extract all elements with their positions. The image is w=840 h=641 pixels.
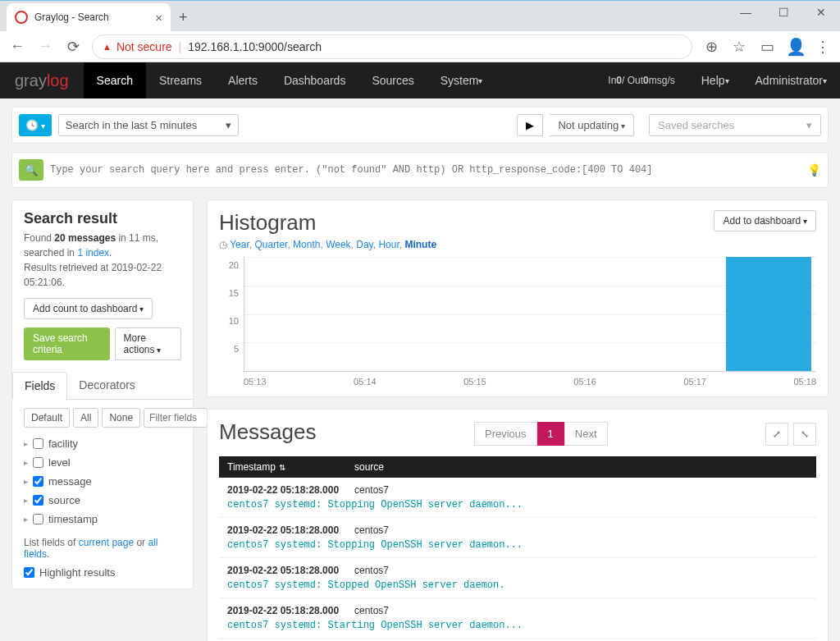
saved-searches-select[interactable]: Saved searches▾ [649, 114, 821, 136]
table-row[interactable]: 2019-02-22 05:18:28.000centos7centos7 sy… [219, 598, 816, 639]
sort-icon: ⇅ [279, 463, 285, 472]
save-criteria-button[interactable]: Save search criteria [24, 327, 110, 360]
plot-area[interactable] [244, 257, 816, 372]
reload-icon[interactable]: ⟳ [64, 38, 82, 56]
index-link[interactable]: 1 index [77, 247, 109, 259]
tab-decorators[interactable]: Decorators [67, 372, 146, 399]
x-tick: 05:16 [573, 377, 596, 387]
range-quarter[interactable]: Quarter [254, 239, 287, 250]
expand-icon[interactable]: ⤢ [765, 423, 788, 446]
highlight-checkbox[interactable] [24, 567, 34, 578]
histogram-bar[interactable] [726, 257, 812, 371]
updating-select[interactable]: Not updating [550, 114, 634, 136]
field-item-message[interactable]: message [24, 472, 181, 491]
search-button[interactable]: 🔍 [19, 159, 43, 181]
msg-source: centos7 [354, 605, 389, 616]
cast-icon[interactable]: ▭ [758, 38, 776, 56]
maximize-button[interactable]: ☐ [765, 0, 802, 25]
x-axis: 05:1305:1405:1505:1605:1705:18 [219, 372, 816, 387]
play-button[interactable]: ▶ [517, 114, 543, 136]
field-checkbox[interactable] [33, 495, 43, 506]
field-item-source[interactable]: source [24, 491, 181, 510]
not-secure-label: Not secure [103, 40, 172, 53]
filter-default[interactable]: Default [24, 408, 70, 428]
filter-none[interactable]: None [102, 408, 140, 428]
field-tabs: Fields Decorators [12, 372, 193, 400]
chevron-down-icon: ▾ [226, 119, 231, 131]
list-fields-text: List fields of current page or all field… [24, 537, 181, 560]
profile-icon[interactable]: 👤 [786, 37, 804, 57]
bulb-icon[interactable]: 💡 [807, 163, 821, 176]
search-controls-row: 🕓 Search in the last 5 minutes▾ ▶ Not up… [11, 107, 829, 144]
new-tab-button[interactable]: + [171, 4, 196, 31]
nav-system[interactable]: System [427, 62, 496, 98]
forward-icon[interactable]: → [36, 38, 54, 55]
nav-streams[interactable]: Streams [146, 62, 215, 98]
field-item-facility[interactable]: facility [24, 434, 181, 453]
nav-admin[interactable]: Administrator [742, 62, 840, 98]
x-tick: 05:13 [244, 377, 267, 387]
filter-all[interactable]: All [73, 408, 98, 428]
nav-alerts[interactable]: Alerts [215, 62, 271, 98]
field-checkbox[interactable] [33, 438, 43, 449]
zoom-icon[interactable]: ⊕ [702, 38, 720, 56]
col-source[interactable]: source [354, 461, 808, 473]
pagination: Previous 1 Next [474, 422, 608, 446]
star-icon[interactable]: ☆ [730, 38, 748, 56]
filter-fields-input[interactable] [144, 408, 208, 428]
minimize-button[interactable]: — [727, 0, 765, 25]
col-timestamp[interactable]: Timestamp⇅ [227, 461, 354, 473]
query-input[interactable] [50, 164, 801, 176]
field-checkbox[interactable] [33, 476, 43, 487]
page-current[interactable]: 1 [537, 422, 564, 446]
x-tick: 05:15 [463, 377, 486, 387]
range-day[interactable]: Day [356, 239, 372, 250]
search-result-summary: Found 20 messages in 11 ms, searched in … [24, 231, 181, 290]
logo-gray: gray [15, 71, 47, 89]
field-checkbox[interactable] [33, 514, 43, 524]
nav-throughput: In 0 / Out 0 msg/s [595, 62, 687, 98]
main-nav: graylog Search Streams Alerts Dashboards… [0, 62, 840, 98]
messages-title: Messages [219, 419, 317, 445]
add-count-button[interactable]: Add count to dashboard [24, 298, 153, 319]
tab-fields[interactable]: Fields [12, 372, 67, 400]
range-hour[interactable]: Hour [378, 239, 399, 250]
messages-table: Timestamp⇅ source 2019-02-22 05:18:28.00… [219, 456, 816, 641]
time-range-type-button[interactable]: 🕓 [19, 114, 52, 136]
collapse-icon[interactable]: ⤡ [793, 423, 816, 446]
range-month[interactable]: Month [293, 239, 320, 250]
page-next[interactable]: Next [564, 422, 608, 446]
range-minute[interactable]: Minute [404, 239, 436, 250]
back-icon[interactable]: ← [8, 38, 26, 55]
browser-tab[interactable]: Graylog - Search × [7, 3, 171, 31]
msg-timestamp: 2019-02-22 05:18:28.000 [227, 565, 354, 576]
saved-placeholder: Saved searches [658, 119, 734, 131]
address-bar[interactable]: Not secure | 192.168.1.10:9000/search [92, 34, 692, 59]
nav-sources[interactable]: Sources [358, 62, 427, 98]
table-row[interactable]: 2019-02-22 05:18:28.000centos7centos7 sy… [219, 478, 816, 518]
range-week[interactable]: Week [326, 239, 350, 250]
menu-icon[interactable]: ⋮ [814, 38, 832, 56]
close-button[interactable]: ✕ [802, 0, 840, 25]
msg-body: centos7 systemd: Starting OpenSSH server… [227, 620, 808, 631]
add-to-dashboard-button[interactable]: Add to dashboard [714, 210, 816, 231]
current-page-link[interactable]: current page [79, 537, 134, 548]
field-checkbox[interactable] [33, 457, 43, 468]
more-actions-button[interactable]: More actions [115, 327, 182, 360]
search-result-title: Search result [24, 210, 181, 227]
page-prev[interactable]: Previous [474, 422, 537, 446]
table-row[interactable]: 2019-02-22 05:18:28.000centos7centos7 sy… [219, 558, 816, 598]
histogram-panel: Histogram ◷ Year, Quarter, Month, Week, … [207, 199, 829, 397]
nav-search[interactable]: Search [84, 62, 146, 98]
time-range-select[interactable]: Search in the last 5 minutes▾ [58, 114, 239, 136]
range-year[interactable]: Year [230, 239, 249, 250]
messages-panel: Messages Previous 1 Next ⤢ ⤡ Timestamp⇅ … [207, 409, 829, 641]
logo[interactable]: graylog [0, 71, 84, 90]
highlight-label: Highlight results [39, 566, 116, 579]
field-item-level[interactable]: level [24, 453, 181, 472]
tab-close-icon[interactable]: × [155, 11, 162, 25]
table-row[interactable]: 2019-02-22 05:18:28.000centos7centos7 sy… [219, 518, 816, 558]
field-item-timestamp[interactable]: timestamp [24, 510, 181, 529]
nav-help[interactable]: Help [688, 62, 742, 98]
nav-dashboards[interactable]: Dashboards [271, 62, 359, 98]
